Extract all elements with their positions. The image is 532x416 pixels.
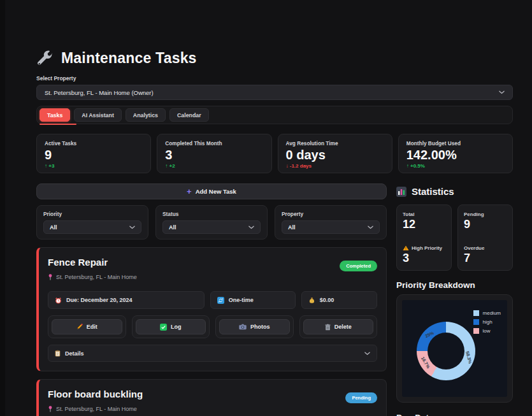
- stat-delta: ↑ +3: [45, 163, 143, 169]
- due-dates-title: Due Dates: [396, 413, 513, 416]
- frequency-chip: One-time: [210, 291, 296, 309]
- high-priority-value: 3: [403, 252, 445, 264]
- tab-bar: Tasks AI Assistant Analytics Calendar: [36, 106, 513, 124]
- stat-card-active-tasks: Active Tasks 9 ↑ +3: [36, 134, 151, 173]
- priority-filter-select[interactable]: All: [43, 220, 141, 234]
- tab-calendar[interactable]: Calendar: [169, 108, 209, 122]
- stat-delta: ↓ -1.2 days: [286, 163, 384, 169]
- stat-label: Monthly Budget Used: [406, 140, 505, 147]
- filter-value: All: [50, 224, 57, 231]
- status-badge: Completed: [340, 261, 377, 271]
- chevron-down-icon: [129, 226, 135, 229]
- bar-chart-icon: [396, 187, 406, 197]
- stat-cell-total-high: Total 12 High Priority 3: [396, 204, 452, 271]
- repeat-icon: [217, 297, 224, 304]
- task-card-floor-board: Floor board buckling St. Petersburg, FL …: [36, 379, 387, 416]
- delete-label: Delete: [334, 324, 352, 330]
- stat-card-completed-month: Completed This Month 3 ↑ +2: [157, 134, 271, 173]
- filter-label: Property: [282, 211, 380, 217]
- total-value: 12: [403, 219, 445, 230]
- trash-icon: [325, 324, 331, 331]
- filter-value: All: [169, 224, 176, 231]
- property-select-value: St. Petersburg, FL - Main Home (Owner): [45, 89, 154, 96]
- tab-analytics[interactable]: Analytics: [126, 108, 166, 122]
- tab-ai-assistant[interactable]: AI Assistant: [74, 108, 122, 122]
- statistics-sidebar: Statistics Total 12 High Priority 3: [396, 183, 513, 416]
- status-filter-select[interactable]: All: [162, 220, 261, 234]
- select-property-label: Select Property: [36, 75, 513, 82]
- statistics-header: Statistics: [396, 186, 513, 197]
- chevron-down-icon: [248, 226, 254, 229]
- money-bag-icon: [308, 297, 315, 304]
- stat-label: Completed This Month: [165, 140, 263, 147]
- chart-legend: medium high low: [473, 310, 501, 334]
- tasks-column: + Add New Task Priority All Status All: [36, 183, 387, 416]
- pending-label: Pending: [464, 212, 507, 217]
- main-page: Maintenance Tasks Select Property St. Pe…: [36, 50, 513, 416]
- legend-swatch-low: [473, 328, 479, 334]
- clipboard-icon: [55, 350, 61, 357]
- filter-property: Property All: [275, 205, 387, 240]
- stat-cell-pending-overdue: Pending 9 Overdue 7: [457, 204, 513, 271]
- legend-swatch-medium: [473, 310, 479, 316]
- check-box-icon: [160, 324, 167, 331]
- stat-value: 0 days: [286, 148, 384, 162]
- left-edge-strip: [0, 0, 5, 416]
- donut-hole: [428, 333, 464, 369]
- down-arrow-icon: ↓: [286, 163, 289, 169]
- stat-delta: ↑ +2: [165, 163, 263, 169]
- location-pin-icon: [48, 405, 53, 413]
- stat-label: Avg Resolution Time: [286, 140, 384, 147]
- warning-icon: [403, 245, 409, 251]
- due-date-text: Due: December 20, 2024: [66, 297, 133, 303]
- delete-button-wrap: Delete: [299, 315, 378, 338]
- property-select[interactable]: St. Petersburg, FL - Main Home (Owner): [36, 85, 513, 100]
- legend-item-low: low: [473, 328, 501, 334]
- stat-label: Active Tasks: [45, 140, 143, 147]
- priority-breakdown-title: Priority Breakdown: [396, 280, 513, 290]
- pending-value: 9: [464, 219, 507, 230]
- task-card-fence-repair: Fence Repair St. Petersburg, FL - Main H…: [36, 247, 387, 371]
- high-priority-label: High Priority: [403, 245, 445, 251]
- stat-cards-row: Active Tasks 9 ↑ +3 Completed This Month…: [36, 134, 513, 173]
- task-location: St. Petersburg, FL - Main Home: [48, 273, 137, 281]
- up-arrow-icon: ↑: [406, 163, 409, 169]
- property-filter-select[interactable]: All: [282, 220, 380, 234]
- chevron-down-icon: [364, 352, 370, 355]
- log-button[interactable]: Log: [136, 319, 206, 334]
- pencil-icon: [76, 324, 83, 330]
- cost-chip: $0.00: [301, 291, 377, 309]
- statistics-title: Statistics: [412, 186, 454, 197]
- priority-chart-panel: 58.3% 16.7% 25% medium high low: [402, 300, 507, 397]
- filters-row: Priority All Status All Property: [36, 205, 387, 240]
- chevron-down-icon: [368, 226, 373, 229]
- stat-delta: ↑ +0.5%: [406, 163, 505, 169]
- edit-button-wrap: Edit: [48, 315, 126, 338]
- add-new-task-button[interactable]: + Add New Task: [36, 183, 387, 199]
- stat-value: 9: [45, 148, 143, 162]
- legend-item-high: high: [473, 319, 501, 325]
- chevron-down-icon: [499, 90, 505, 94]
- alarm-clock-icon: [55, 297, 62, 304]
- task-location: St. Petersburg, FL - Main Home: [48, 405, 143, 413]
- up-arrow-icon: ↑: [45, 163, 47, 169]
- wrench-icon: [36, 50, 54, 67]
- filter-status: Status All: [155, 205, 268, 240]
- stat-card-avg-resolution: Avg Resolution Time 0 days ↓ -1.2 days: [278, 134, 392, 173]
- legend-swatch-high: [473, 319, 479, 325]
- details-accordion[interactable]: Details: [48, 345, 377, 362]
- task-title: Fence Repair: [48, 257, 137, 268]
- photos-button-wrap: Photos: [215, 315, 294, 338]
- photos-button[interactable]: Photos: [219, 319, 290, 334]
- edit-label: Edit: [87, 324, 97, 330]
- task-actions-row: Edit Log Photos: [48, 315, 377, 338]
- statistics-grid: Total 12 High Priority 3 Pending 9: [396, 204, 513, 271]
- page-title: Maintenance Tasks: [61, 50, 197, 67]
- edit-button[interactable]: Edit: [52, 319, 122, 334]
- delete-button[interactable]: Delete: [303, 319, 374, 334]
- page-header: Maintenance Tasks: [36, 50, 513, 67]
- task-location-text: St. Petersburg, FL - Main Home: [56, 406, 137, 412]
- tab-tasks[interactable]: Tasks: [40, 108, 70, 122]
- stat-card-budget-used: Monthly Budget Used 142.00% ↑ +0.5%: [398, 134, 513, 173]
- task-title: Floor board buckling: [48, 389, 143, 399]
